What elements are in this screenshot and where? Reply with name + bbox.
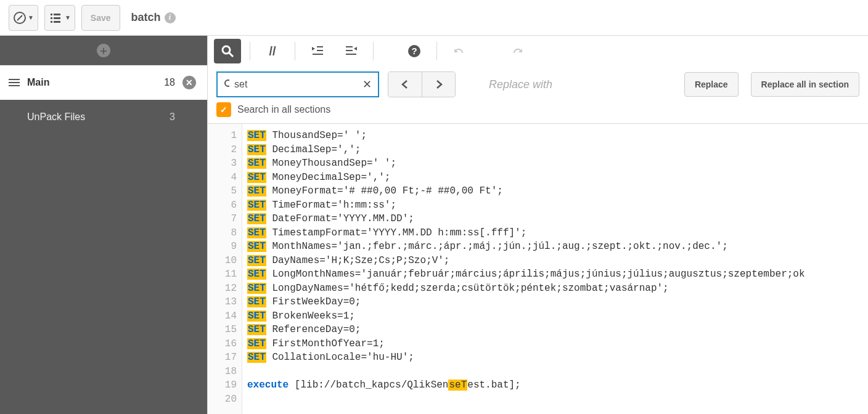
clear-search-button[interactable]: ✕ [362, 78, 372, 91]
section-label: UnPack Files [27, 112, 160, 123]
sections-panel: ＋ Main 18 ✕ UnPack Files 3 [0, 36, 207, 414]
search-icon [224, 79, 229, 90]
main: ＋ Main 18 ✕ UnPack Files 3 // [0, 36, 868, 414]
redo-icon [510, 44, 524, 58]
navigation-menu[interactable]: ▼ [9, 5, 38, 31]
section-label: Main [27, 77, 160, 88]
help-icon: ? [407, 44, 421, 58]
sections-header: ＋ [0, 36, 207, 65]
editor-area: // ? [207, 36, 868, 414]
undo-icon [452, 44, 466, 58]
search-icon [221, 44, 234, 58]
search-options: ✓ Search in all sections [208, 102, 868, 124]
search-all-sections-checkbox[interactable]: ✓ [216, 102, 231, 117]
list-icon [49, 11, 62, 25]
title-text: batch [131, 11, 161, 24]
svg-line-8 [229, 53, 233, 57]
search-box: ✕ [216, 71, 379, 97]
section-item-unpack[interactable]: UnPack Files 3 [0, 100, 207, 134]
search-toggle-button[interactable] [214, 39, 241, 63]
code-editor[interactable]: 1234567891011121314151617181920 SET Thou… [208, 124, 868, 414]
chevron-down-icon: ▼ [28, 14, 34, 21]
prev-match-button[interactable] [388, 72, 422, 97]
svg-rect-5 [51, 21, 52, 23]
search-nav [388, 71, 456, 97]
indent-icon [311, 45, 324, 57]
section-match-count: 3 [160, 112, 175, 123]
replace-all-button[interactable]: Replace all in section [751, 72, 859, 97]
svg-rect-1 [51, 14, 52, 15]
comment-icon: // [269, 44, 276, 59]
next-match-button[interactable] [422, 72, 455, 97]
search-row: ✕ Replace with Replace Replace all in se… [208, 67, 868, 102]
app-title: batch i [131, 11, 176, 24]
svg-rect-3 [51, 17, 52, 19]
replace-input[interactable]: Replace with [489, 72, 672, 97]
outdent-icon [344, 45, 358, 57]
search-input[interactable] [234, 79, 358, 90]
comment-button[interactable]: // [259, 39, 286, 63]
indent-button[interactable] [304, 39, 331, 63]
info-icon[interactable]: i [165, 12, 176, 23]
chevron-left-icon [401, 80, 409, 89]
line-gutter: 1234567891011121314151617181920 [208, 124, 242, 414]
code-content[interactable]: SET ThousandSep=' ';SET DecimalSep=',';S… [242, 124, 868, 414]
close-icon[interactable]: ✕ [182, 76, 196, 89]
drag-handle-icon[interactable] [9, 79, 20, 86]
svg-rect-6 [54, 21, 60, 23]
replace-button[interactable]: Replace [684, 72, 739, 97]
section-item-main[interactable]: Main 18 ✕ [0, 65, 207, 100]
section-match-count: 18 [160, 77, 175, 88]
add-section-button[interactable]: ＋ [97, 44, 110, 57]
svg-point-17 [225, 80, 229, 86]
editor-toolbar: // ? [208, 36, 868, 67]
top-toolbar: ▼ ▼ Save batch i [0, 0, 868, 36]
redo-button[interactable] [504, 39, 531, 63]
undo-button[interactable] [446, 39, 473, 63]
save-button[interactable]: Save [81, 5, 120, 31]
view-menu[interactable]: ▼ [44, 5, 75, 31]
compass-icon [13, 11, 27, 25]
svg-rect-4 [54, 17, 60, 19]
chevron-right-icon [435, 80, 443, 89]
svg-text:?: ? [411, 46, 417, 56]
outdent-button[interactable] [337, 39, 364, 63]
svg-rect-2 [54, 14, 60, 15]
chevron-down-icon: ▼ [65, 14, 71, 21]
option-label: Search in all sections [237, 104, 330, 115]
svg-point-7 [223, 46, 230, 54]
help-button[interactable]: ? [401, 39, 428, 63]
